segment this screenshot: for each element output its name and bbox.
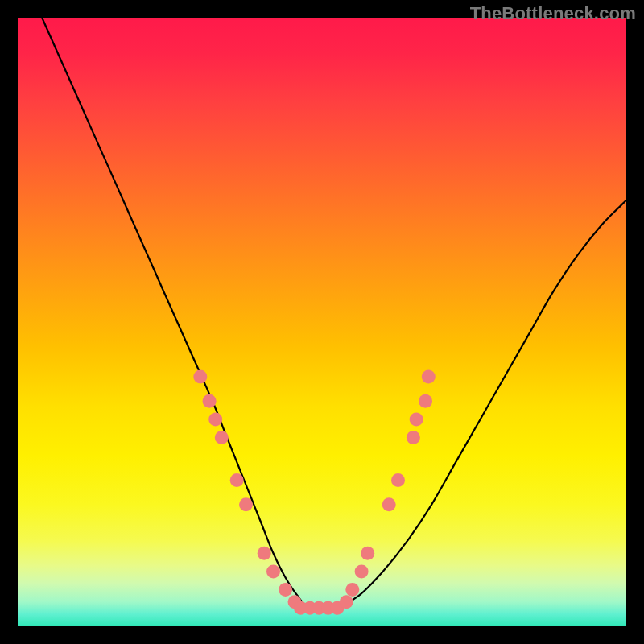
curve-marker — [355, 565, 369, 579]
curve-marker — [410, 413, 423, 427]
curve-marker — [239, 497, 253, 511]
curve-marker — [193, 370, 207, 384]
chart-container: TheBottleneck.com — [0, 0, 644, 644]
curve-marker — [345, 583, 359, 597]
curve-marker — [361, 547, 374, 560]
curve-marker — [203, 394, 217, 408]
chart-svg — [18, 18, 626, 626]
curve-marker — [340, 595, 353, 609]
curve-marker — [215, 431, 229, 444]
curve-marker — [382, 497, 396, 511]
curve-marker — [230, 473, 244, 487]
curve-markers — [193, 370, 436, 615]
watermark-text: TheBottleneck.com — [470, 3, 636, 24]
curve-marker — [258, 547, 271, 560]
curve-marker — [407, 431, 420, 444]
curve-marker — [279, 583, 292, 597]
curve-marker — [391, 473, 405, 487]
curve-marker — [208, 413, 222, 427]
curve-marker — [419, 394, 432, 408]
curve-marker — [266, 565, 280, 579]
curve-marker — [422, 370, 436, 384]
bottleneck-curve — [42, 18, 626, 609]
